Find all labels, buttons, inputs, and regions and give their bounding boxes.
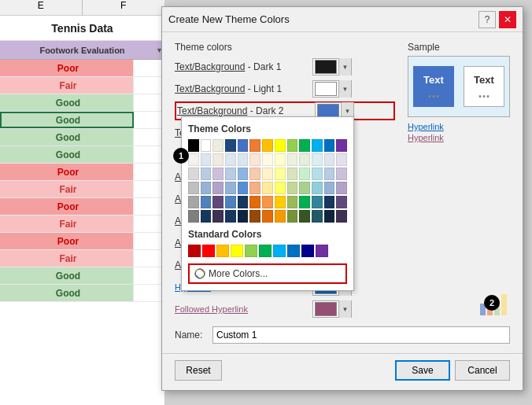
- color-cell[interactable]: [238, 139, 249, 152]
- color-cell[interactable]: [287, 196, 298, 208]
- color-cell[interactable]: [324, 153, 335, 166]
- color-cell[interactable]: [249, 139, 260, 152]
- reset-button[interactable]: Reset: [175, 360, 222, 381]
- table-row[interactable]: Good: [0, 285, 164, 302]
- table-row[interactable]: Poor: [0, 233, 164, 250]
- table-row[interactable]: Fair: [0, 77, 164, 94]
- color-cell[interactable]: [259, 245, 272, 257]
- color-cell[interactable]: [188, 139, 199, 152]
- color-cell[interactable]: [238, 168, 249, 180]
- cell-good-2[interactable]: Good: [0, 112, 134, 128]
- color-cell[interactable]: [312, 153, 323, 166]
- color-cell[interactable]: [299, 153, 310, 166]
- color-cell[interactable]: [225, 210, 236, 223]
- color-cell[interactable]: [287, 182, 298, 194]
- name-input[interactable]: [212, 326, 510, 344]
- table-row[interactable]: Poor: [0, 198, 164, 215]
- color-cell[interactable]: [225, 168, 236, 180]
- color-cell[interactable]: [225, 196, 236, 208]
- color-cell[interactable]: [336, 182, 347, 194]
- color-cell[interactable]: [262, 210, 273, 223]
- color-cell[interactable]: [299, 168, 310, 180]
- color-cell[interactable]: [212, 182, 224, 194]
- color-cell[interactable]: [201, 182, 212, 194]
- sample-hyperlink[interactable]: Hyperlink: [408, 122, 510, 131]
- color-cell[interactable]: [201, 196, 212, 208]
- color-cell[interactable]: [238, 210, 249, 223]
- color-cell[interactable]: [324, 210, 335, 223]
- color-cell[interactable]: [201, 139, 212, 152]
- color-cell[interactable]: [238, 196, 249, 208]
- color-cell[interactable]: [238, 153, 249, 166]
- color-cell[interactable]: [225, 153, 236, 166]
- cancel-button[interactable]: Cancel: [455, 360, 510, 381]
- color-cell[interactable]: [287, 168, 298, 180]
- color-cell[interactable]: [316, 245, 328, 257]
- column-header-cell[interactable]: Footwork Evaluation ▼: [0, 41, 164, 60]
- color-cell[interactable]: [336, 196, 347, 208]
- table-row[interactable]: Fair: [0, 181, 164, 198]
- color-cell[interactable]: [188, 196, 199, 208]
- table-row[interactable]: Good: [0, 112, 164, 129]
- color-cell[interactable]: [287, 245, 300, 257]
- cell-poor-1[interactable]: Poor: [0, 60, 134, 76]
- color-cell[interactable]: [336, 168, 347, 180]
- color-cell[interactable]: [275, 196, 286, 208]
- table-row[interactable]: Good: [0, 146, 164, 164]
- cell-fair-2[interactable]: Fair: [0, 181, 134, 197]
- color-cell[interactable]: [238, 182, 249, 194]
- color-cell[interactable]: [336, 153, 347, 166]
- color-cell[interactable]: [188, 245, 201, 257]
- color-cell[interactable]: [262, 196, 273, 208]
- color-cell[interactable]: [336, 210, 347, 223]
- color-cell[interactable]: [188, 168, 199, 180]
- cell-fair-4[interactable]: Fair: [0, 250, 134, 267]
- color-dropdown-dark1[interactable]: ▼: [312, 58, 352, 75]
- cell-poor-2[interactable]: Poor: [0, 164, 134, 180]
- color-cell[interactable]: [225, 182, 236, 194]
- color-cell[interactable]: [212, 139, 224, 152]
- color-cell[interactable]: [201, 168, 212, 180]
- color-cell[interactable]: [312, 168, 323, 180]
- color-cell[interactable]: [249, 196, 260, 208]
- color-cell[interactable]: [249, 168, 260, 180]
- table-row[interactable]: Fair: [0, 250, 164, 267]
- color-cell[interactable]: [324, 168, 335, 180]
- color-cell[interactable]: [312, 210, 323, 223]
- dropdown-btn-followed-hyperlink[interactable]: ▼: [338, 300, 351, 318]
- cell-fair-3[interactable]: Fair: [0, 215, 134, 232]
- color-cell[interactable]: [312, 196, 323, 208]
- color-dropdown-light1[interactable]: ▼: [312, 80, 352, 98]
- color-cell[interactable]: [249, 153, 260, 166]
- color-cell[interactable]: [275, 182, 286, 194]
- table-row[interactable]: Good: [0, 129, 164, 146]
- color-cell[interactable]: [201, 153, 212, 166]
- color-cell[interactable]: [202, 245, 215, 257]
- dropdown-btn-dark1[interactable]: ▼: [338, 58, 351, 75]
- color-cell[interactable]: [273, 245, 286, 257]
- color-cell[interactable]: [299, 196, 310, 208]
- color-cell[interactable]: [336, 139, 347, 152]
- color-cell[interactable]: [231, 245, 243, 257]
- color-cell[interactable]: [324, 182, 335, 194]
- cell-good-5[interactable]: Good: [0, 267, 134, 284]
- save-button[interactable]: Save: [395, 360, 450, 381]
- color-cell[interactable]: [249, 182, 260, 194]
- color-cell[interactable]: [262, 153, 273, 166]
- color-cell[interactable]: [188, 153, 199, 166]
- color-cell[interactable]: [299, 182, 310, 194]
- cell-poor-3[interactable]: Poor: [0, 198, 134, 215]
- color-cell[interactable]: [262, 168, 273, 180]
- color-cell[interactable]: [188, 210, 199, 223]
- table-row[interactable]: Fair: [0, 215, 164, 233]
- color-cell[interactable]: [225, 139, 236, 152]
- color-cell[interactable]: [201, 210, 212, 223]
- color-cell[interactable]: [299, 139, 310, 152]
- cell-good-3[interactable]: Good: [0, 129, 134, 145]
- color-cell[interactable]: [287, 210, 298, 223]
- color-cell[interactable]: [324, 196, 335, 208]
- cell-good-1[interactable]: Good: [0, 94, 134, 111]
- color-cell[interactable]: [287, 139, 298, 152]
- help-button[interactable]: ?: [478, 11, 496, 28]
- color-cell[interactable]: [212, 168, 224, 180]
